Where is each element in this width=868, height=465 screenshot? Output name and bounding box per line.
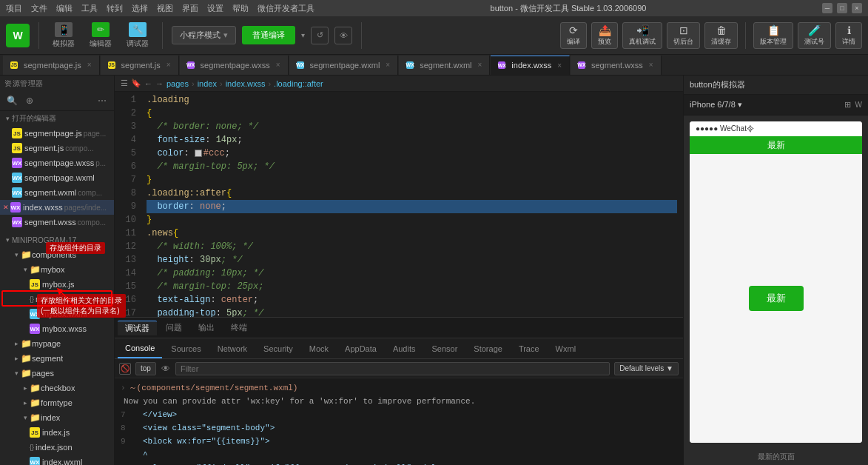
mybox-js[interactable]: JS mybox.js bbox=[0, 277, 114, 292]
code-content[interactable]: .loading { /* border: none; */ font-size… bbox=[141, 92, 683, 317]
test-number-button[interactable]: 🧪 测试号 bbox=[798, 22, 831, 49]
top-button[interactable]: top bbox=[135, 362, 156, 375]
sources-tab[interactable]: Sources bbox=[164, 339, 208, 358]
pages-folder[interactable]: ▾ 📁 pages bbox=[0, 366, 114, 381]
mock-tab[interactable]: Mock bbox=[302, 339, 336, 358]
wxml-tab[interactable]: Wxml bbox=[548, 339, 584, 358]
index-json[interactable]: {} index.json bbox=[0, 440, 114, 455]
storage-tab[interactable]: Storage bbox=[466, 339, 510, 358]
breadcrumb-back[interactable]: ← bbox=[144, 79, 152, 88]
details-button[interactable]: ℹ 详情 bbox=[835, 22, 862, 49]
index-folder[interactable]: ▾ 📁 index bbox=[0, 410, 114, 425]
background-button[interactable]: ⊡ 切后台 bbox=[667, 22, 700, 49]
mybox-folder[interactable]: ▾ 📁 mybox bbox=[0, 262, 114, 277]
sensor-tab[interactable]: Sensor bbox=[424, 339, 465, 358]
open-file-segment-js[interactable]: JS segment.js compo... bbox=[0, 141, 114, 155]
open-file-segment-wxss[interactable]: WX segment.wxss compo... bbox=[0, 215, 114, 230]
tab-segment-wxss[interactable]: WX segment.wxss × bbox=[571, 56, 662, 75]
sidebar-tool-new-file[interactable]: ⊕ bbox=[22, 93, 37, 108]
tab-index-wxss[interactable]: WX index.wxss × bbox=[491, 56, 570, 75]
open-file-index-wxss[interactable]: ✕ WX index.wxss pages/inde... bbox=[0, 200, 114, 215]
filter-input[interactable] bbox=[175, 362, 610, 375]
eye-icon[interactable]: 👁 bbox=[161, 364, 171, 374]
segment-folder[interactable]: ▸ 📁 segment bbox=[0, 351, 114, 366]
open-file-segment-wxml[interactable]: WX segment.wxml comp... bbox=[0, 185, 114, 200]
mybox-json[interactable]: {} mybox.json bbox=[0, 292, 114, 307]
mode-button[interactable]: 小程序模式 ▾ bbox=[172, 26, 236, 44]
sim-page-button[interactable]: 最新 bbox=[749, 286, 804, 311]
real-device-button[interactable]: 📲 真机调试 bbox=[622, 22, 662, 49]
minimize-button[interactable]: ─ bbox=[822, 3, 832, 13]
mybox-wxss[interactable]: WX mybox.wxss bbox=[0, 321, 114, 336]
close-button[interactable]: × bbox=[852, 3, 862, 13]
menu-edit[interactable]: 编辑 bbox=[56, 3, 73, 14]
menu-goto[interactable]: 转到 bbox=[107, 3, 123, 14]
project-section[interactable]: ▾ MINIPROGRAM-17 bbox=[0, 232, 114, 247]
clear-cache-button[interactable]: 🗑 清缓存 bbox=[704, 22, 738, 49]
audits-tab[interactable]: Audits bbox=[386, 339, 423, 358]
title-bar-controls[interactable]: ─ □ × bbox=[822, 3, 862, 13]
close-tab-icon[interactable]: × bbox=[276, 61, 280, 69]
open-editors-section[interactable]: ▾ 打开的编辑器 bbox=[0, 111, 114, 126]
editor-tool-button[interactable]: ✏ 编辑器 bbox=[85, 19, 116, 52]
terminal-tab[interactable]: 终端 bbox=[223, 321, 255, 335]
sidebar-tool-search[interactable]: 🔍 bbox=[4, 93, 19, 108]
index-js[interactable]: JS index.js bbox=[0, 425, 114, 440]
appdata-tab[interactable]: AppData bbox=[337, 339, 384, 358]
default-levels-button[interactable]: Default levels ▼ bbox=[614, 362, 679, 375]
checkbox-folder[interactable]: ▸ 📁 checkbox bbox=[0, 381, 114, 395]
index-wxml[interactable]: WX index.wxml bbox=[0, 455, 114, 465]
close-tab-icon[interactable]: × bbox=[557, 61, 562, 70]
mypage-folder[interactable]: ▸ 📁 mypage bbox=[0, 336, 114, 351]
code-editor[interactable]: 12345 678910 1112131415 1617 .loading { … bbox=[115, 92, 683, 317]
debugger-tab[interactable]: 调试器 bbox=[118, 321, 157, 335]
close-tab-icon[interactable]: × bbox=[87, 61, 92, 69]
breadcrumb-index[interactable]: index bbox=[198, 79, 217, 88]
menu-ui[interactable]: 界面 bbox=[182, 3, 198, 14]
debugger-tool-button[interactable]: 🔧 调试器 bbox=[122, 19, 153, 52]
maximize-button[interactable]: □ bbox=[837, 3, 847, 13]
simulator-tool-button[interactable]: 📱 模拟器 bbox=[48, 19, 79, 52]
menu-select[interactable]: 选择 bbox=[132, 3, 148, 14]
clear-console-button[interactable]: 🚫 bbox=[119, 363, 131, 375]
menu-settings[interactable]: 设置 bbox=[207, 3, 223, 14]
security-tab[interactable]: Security bbox=[256, 339, 300, 358]
mybox-wxml[interactable]: WX mybox.wxml bbox=[0, 307, 114, 321]
tab-segment-wxml[interactable]: WX segment.wxml × bbox=[399, 56, 490, 75]
problems-tab[interactable]: 问题 bbox=[158, 321, 189, 335]
sidebar-tool-collapse[interactable]: ⋯ bbox=[95, 93, 110, 108]
formtype-folder[interactable]: ▸ 📁 formtype bbox=[0, 395, 114, 410]
menu-tool[interactable]: 工具 bbox=[81, 3, 98, 14]
open-file-segmentpage-js[interactable]: JS segmentpage.js page... bbox=[0, 126, 114, 141]
components-folder[interactable]: ▾ 📁 components bbox=[0, 247, 114, 262]
open-file-segmentpage-wxml[interactable]: WX segmentpage.wxml bbox=[0, 170, 114, 185]
tab-segmentpage-js[interactable]: JS segmentpage.js × bbox=[3, 56, 100, 75]
close-tab-icon[interactable]: × bbox=[166, 61, 171, 69]
version-management-button[interactable]: 📋 版本管理 bbox=[753, 22, 793, 49]
close-tab-icon[interactable]: × bbox=[386, 61, 390, 69]
trace-tab[interactable]: Trace bbox=[511, 339, 547, 358]
console-tab[interactable]: Console bbox=[118, 339, 162, 358]
breadcrumb-pages[interactable]: pages bbox=[166, 79, 189, 88]
close-tab-icon[interactable]: × bbox=[478, 61, 482, 69]
menu-devtools[interactable]: 微信开发者工具 bbox=[258, 3, 314, 14]
tab-segment-js[interactable]: JS segment.js × bbox=[101, 56, 179, 75]
compile-button[interactable]: 普通编译 bbox=[242, 26, 295, 44]
preview-icon[interactable]: 👁 bbox=[334, 27, 352, 44]
close-tab-icon[interactable]: × bbox=[649, 61, 653, 69]
menu-view[interactable]: 视图 bbox=[157, 3, 173, 14]
menu-help[interactable]: 帮助 bbox=[232, 3, 249, 14]
menu-project[interactable]: 项目 bbox=[6, 3, 22, 14]
breadcrumb-file[interactable]: index.wxss bbox=[226, 79, 266, 88]
menu-file[interactable]: 文件 bbox=[31, 3, 47, 14]
refresh-icon[interactable]: ↺ bbox=[311, 27, 329, 44]
output-tab[interactable]: 输出 bbox=[191, 321, 222, 335]
network-tab[interactable]: Network bbox=[210, 339, 255, 358]
open-file-segmentpage-wxss[interactable]: WX segmentpage.wxss p... bbox=[0, 155, 114, 170]
title-bar-menu[interactable]: 项目 文件 编辑 工具 转到 选择 视图 界面 设置 帮助 微信开发者工具 bbox=[6, 3, 314, 14]
preview-button[interactable]: 📤 预览 bbox=[591, 22, 618, 49]
breadcrumb-forward[interactable]: → bbox=[155, 79, 164, 88]
edit-button[interactable]: ⟳ 编译 bbox=[560, 22, 587, 49]
tab-segmentpage-wxml[interactable]: WX segmentpage.wxml × bbox=[289, 56, 399, 75]
tab-segmentpage-wxss[interactable]: WX segmentpage.wxss × bbox=[180, 56, 289, 75]
